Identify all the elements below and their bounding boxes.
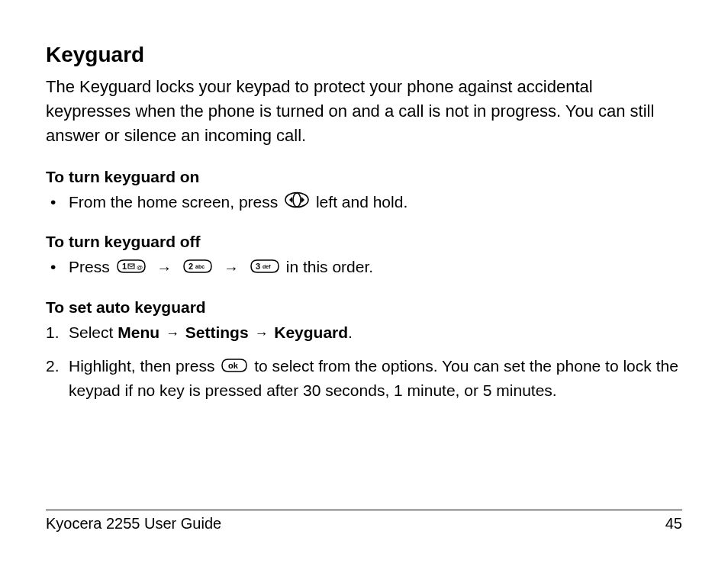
arrow-icon: → bbox=[166, 326, 179, 341]
step1-suffix: . bbox=[348, 323, 353, 341]
svg-point-1 bbox=[293, 193, 301, 207]
key-2-icon: 2 abc bbox=[182, 257, 213, 280]
ok-key-icon: ok bbox=[221, 356, 248, 379]
arrow-icon: → bbox=[224, 259, 239, 276]
turn-on-text-after: left and hold. bbox=[316, 193, 407, 211]
auto-step-2: Highlight, then press ok to select from … bbox=[46, 355, 682, 402]
svg-text:@: @ bbox=[137, 264, 143, 271]
svg-text:ok: ok bbox=[228, 361, 239, 370]
svg-text:2: 2 bbox=[188, 262, 193, 271]
turn-off-step: Press 1 @ → 2 abc → bbox=[46, 256, 682, 280]
key-1-icon: 1 @ bbox=[116, 257, 147, 280]
svg-text:1: 1 bbox=[122, 262, 127, 271]
arrow-icon: → bbox=[156, 259, 172, 276]
heading-turn-on: To turn keyguard on bbox=[46, 168, 682, 186]
page-footer: Kyocera 2255 User Guide 45 bbox=[46, 510, 682, 532]
turn-off-text-before: Press bbox=[69, 258, 114, 275]
heading-auto: To set auto keyguard bbox=[46, 298, 682, 317]
auto-step-1: Select Menu → Settings → Keyguard. bbox=[46, 321, 682, 344]
step2-before: Highlight, then press bbox=[69, 357, 219, 375]
turn-on-step: From the home screen, press left and hol… bbox=[46, 191, 682, 215]
svg-text:def: def bbox=[263, 264, 271, 269]
key-3-icon: 3 def bbox=[250, 257, 280, 280]
svg-point-0 bbox=[285, 192, 308, 207]
turn-off-text-after: in this order. bbox=[286, 258, 373, 275]
svg-marker-2 bbox=[289, 197, 292, 203]
step1-keyguard: Keyguard bbox=[274, 323, 348, 341]
step1-prefix: Select bbox=[69, 323, 118, 341]
turn-on-text-before: From the home screen, press bbox=[69, 193, 282, 211]
svg-rect-5 bbox=[128, 264, 134, 269]
intro-paragraph: The Keyguard locks your keypad to protec… bbox=[46, 75, 682, 148]
svg-marker-3 bbox=[301, 197, 304, 203]
heading-turn-off: To turn keyguard off bbox=[46, 233, 682, 251]
footer-guide-name: Kyocera 2255 User Guide bbox=[46, 515, 221, 532]
nav-key-icon bbox=[284, 191, 310, 214]
step1-settings: Settings bbox=[185, 323, 249, 341]
step1-menu: Menu bbox=[118, 323, 159, 341]
page-title: Keyguard bbox=[46, 43, 682, 67]
footer-page-number: 45 bbox=[665, 515, 682, 532]
arrow-icon: → bbox=[254, 326, 268, 341]
svg-text:3: 3 bbox=[256, 262, 260, 271]
svg-text:abc: abc bbox=[195, 264, 205, 269]
